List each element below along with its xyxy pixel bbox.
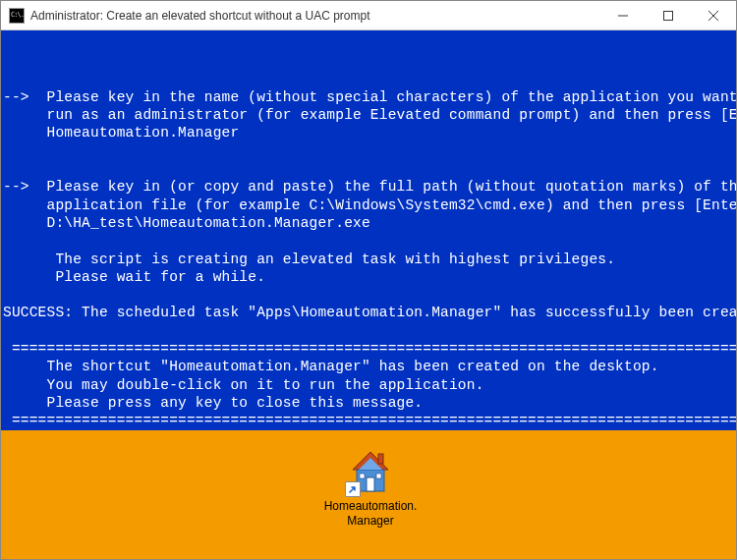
- svg-rect-1: [664, 11, 673, 20]
- window-title: Administrator: Create an elevated shortc…: [30, 9, 600, 23]
- desktop-area[interactable]: Homeautomation.Manager: [1, 430, 736, 560]
- svg-rect-9: [360, 474, 365, 478]
- close-button[interactable]: [691, 1, 736, 29]
- svg-rect-5: [378, 454, 383, 464]
- maximize-button[interactable]: [646, 1, 691, 29]
- house-icon: [347, 448, 394, 495]
- window-titlebar[interactable]: C:\. Administrator: Create an elevated s…: [1, 1, 736, 30]
- shortcut-label: Homeautomation.Manager: [321, 499, 420, 529]
- desktop-shortcut[interactable]: Homeautomation.Manager: [316, 448, 425, 529]
- window-controls: [600, 1, 736, 29]
- svg-rect-8: [367, 477, 374, 491]
- minimize-button[interactable]: [600, 1, 646, 29]
- cmd-icon: C:\.: [9, 8, 25, 24]
- shortcut-arrow-icon: [345, 481, 361, 497]
- console-output[interactable]: --> Please key in the name (without spec…: [1, 30, 736, 430]
- svg-rect-10: [376, 474, 381, 478]
